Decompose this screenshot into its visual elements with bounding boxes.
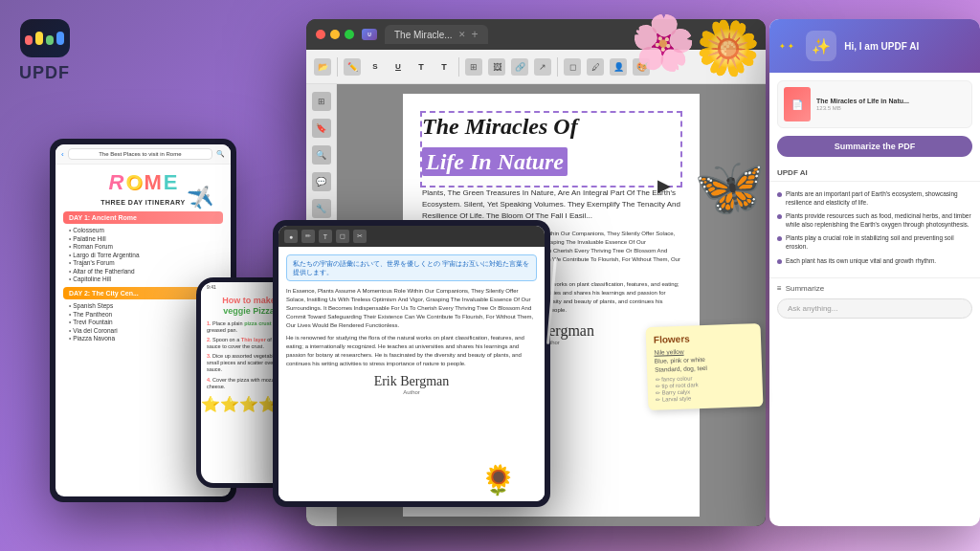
- toolbar-open-icon[interactable]: 📂: [314, 58, 331, 76]
- ai-input-bar[interactable]: Ask anything...: [777, 298, 972, 319]
- toolbar-link-icon[interactable]: 🔗: [511, 58, 528, 76]
- summarize-tab[interactable]: ≡ Summarize: [777, 284, 972, 293]
- back-button[interactable]: ‹: [61, 150, 64, 159]
- pdf-title-line1: The Miracles Of: [422, 113, 680, 141]
- ai-header: ✦ ✦ ✨ Hi, I am UPDF AI: [769, 19, 980, 73]
- doc-title: The Miracles of Life in Natu...: [816, 98, 966, 105]
- small-tablet-toolbar: ● ✏ T ◻ ✂: [278, 226, 545, 247]
- ai-section-label: UPDF AI: [769, 165, 980, 182]
- list-item: Altar of the Fatherland: [69, 268, 223, 275]
- viewer-tab[interactable]: The Miracle... ✕ +: [385, 25, 488, 44]
- sidebar-search-icon[interactable]: 🔍: [312, 145, 331, 165]
- ai-bullet-3: Plants play a crucial role in stabilizin…: [777, 233, 972, 251]
- ai-greeting-area: Hi, I am UPDF AI: [844, 41, 919, 52]
- wave-3: [46, 35, 54, 45]
- small-tool-3[interactable]: T: [319, 230, 332, 243]
- ai-greeting: Hi, I am UPDF AI: [844, 41, 919, 52]
- small-tablet-screen: ● ✏ T ◻ ✂ 私たちの宇宙の語彙において、世界を優しくとの 宇宙はお互いに…: [278, 226, 545, 501]
- bullet-dot: [777, 214, 782, 219]
- list-item: Colosseum: [69, 227, 223, 233]
- new-tab-icon[interactable]: +: [472, 28, 479, 41]
- pdf-title-highlight: Life In Nature: [422, 147, 568, 176]
- search-icon[interactable]: 🔍: [216, 150, 225, 158]
- small-author-label: Author: [286, 389, 537, 395]
- list-item: Trajan's Forum: [69, 259, 223, 266]
- sidebar-tools-icon[interactable]: 🔧: [312, 199, 331, 218]
- app-name: UPDF: [19, 63, 70, 83]
- rome-m: M: [145, 172, 162, 193]
- toolbar-shape-icon[interactable]: ◻: [564, 58, 581, 76]
- tablet-nav: ‹ The Best Places to visit in Rome 🔍: [56, 144, 231, 165]
- close-button[interactable]: [316, 30, 325, 39]
- nav-url: The Best Places to visit in Rome: [68, 148, 212, 160]
- doc-thumbnail: 📄: [784, 87, 811, 121]
- sunflower-decoration: 🌻: [480, 463, 516, 496]
- ai-logo: ✨: [806, 31, 836, 61]
- flowers-note: Flowers Nile yellow Blue, pink or white …: [646, 323, 764, 410]
- ai-response-bullets: Plants are an important part of Earth's …: [769, 182, 980, 277]
- bullet-dot: [777, 192, 782, 197]
- bullet-text-4: Each plant has its own unique vital and …: [786, 256, 936, 265]
- ai-doc-preview: 📄 The Miracles of Life in Natu... 123.5 …: [777, 80, 972, 128]
- pdf-title-area: The Miracles Of Life In Nature: [422, 113, 680, 176]
- toolbar-pencil-icon[interactable]: ✏️: [344, 58, 361, 76]
- bullet-text-2: Plants provide resources such as food, m…: [786, 211, 972, 229]
- toolbar-image-icon[interactable]: 🖼: [488, 58, 505, 76]
- window-controls: [316, 30, 354, 39]
- flowers-decoration: 🌸🌼: [627, 9, 764, 82]
- toolbar-strikethrough-icon[interactable]: S: [367, 58, 384, 76]
- small-body-text-2: He is renowned for studying the flora of…: [286, 334, 537, 368]
- wave-2: [35, 32, 43, 45]
- ai-bullet-1: Plants are an important part of Earth's …: [777, 189, 972, 207]
- small-tool-5[interactable]: ✂: [353, 230, 367, 243]
- ai-panel: ✦ ✦ ✨ Hi, I am UPDF AI 📄 The Miracles of…: [769, 19, 980, 526]
- pdf-title-line2: Life In Nature: [422, 148, 680, 176]
- wave-1: [25, 35, 33, 45]
- minimize-button[interactable]: [330, 30, 340, 39]
- ai-input-placeholder: Ask anything...: [788, 304, 837, 313]
- day-1-section: DAY 1: Ancient Rome Colosseum Palatine H…: [63, 211, 223, 282]
- toolbar-underline-icon[interactable]: U: [390, 58, 407, 76]
- toolbar-divider-3: [557, 57, 558, 77]
- bullet-text-1: Plants are an important part of Earth's …: [786, 189, 972, 207]
- flowers-note-extra: ✏ fancy colour ✏ tip of root dark ✏ Barr…: [655, 372, 755, 403]
- ai-bullet-4: Each plant has its own unique vital and …: [777, 256, 972, 265]
- day-1-items: Colosseum Palatine Hill Roman Forum Larg…: [63, 227, 223, 282]
- cursor-icon: ▶: [657, 175, 671, 196]
- toolbar-pen-icon[interactable]: 🖊: [587, 58, 604, 76]
- viewer-app-logo: U: [362, 29, 377, 40]
- tab-close-icon[interactable]: ✕: [458, 30, 466, 39]
- list-item: Roman Forum: [69, 243, 223, 250]
- ai-bottom-panel: ≡ Summarize Ask anything...: [769, 277, 980, 324]
- toolbar-text-t-icon[interactable]: T: [435, 58, 453, 76]
- toolbar-user-icon[interactable]: 👤: [610, 58, 627, 76]
- toolbar-table-icon[interactable]: ⊞: [465, 58, 482, 76]
- sidebar-thumbnail-icon[interactable]: ⊞: [312, 92, 331, 111]
- maximize-button[interactable]: [345, 30, 354, 39]
- list-item: Largo di Torre Argentina: [69, 252, 223, 258]
- phone-time: 9:41: [207, 284, 216, 290]
- small-author-signature: Erik Bergman: [286, 374, 537, 389]
- butterfly-decoration: 🦋: [694, 153, 766, 221]
- small-body-text-1: In Essence, Plants Assume A Momentous Ro…: [286, 287, 537, 330]
- bullet-dot: [777, 259, 782, 264]
- summarize-pdf-button[interactable]: Summarize the PDF: [777, 136, 972, 157]
- logo-waves: [25, 32, 64, 45]
- doc-info: The Miracles of Life in Natu... 123.5 MB: [816, 98, 966, 111]
- small-tool-4[interactable]: ◻: [336, 230, 349, 243]
- sidebar-bookmark-icon[interactable]: 🔖: [312, 119, 331, 138]
- ai-stars: ✦ ✦: [779, 42, 794, 51]
- logo-area: UPDF: [19, 19, 70, 83]
- toolbar-text-icon[interactable]: T: [412, 58, 430, 76]
- rome-e: E: [164, 172, 178, 193]
- flowers-note-item-3: Standard, dog, teel: [655, 363, 754, 373]
- small-tool-2[interactable]: ✏: [301, 230, 315, 243]
- ai-bullet-2: Plants provide resources such as food, m…: [777, 211, 972, 229]
- tab-label: The Miracle...: [394, 30, 453, 40]
- sidebar-comment-icon[interactable]: 💬: [312, 172, 331, 191]
- toolbar-arrow-icon[interactable]: ↗: [534, 58, 551, 76]
- rome-r: R: [108, 172, 123, 193]
- doc-size: 123.5 MB: [816, 105, 966, 111]
- small-tool-1[interactable]: ●: [284, 230, 298, 243]
- logo-icon: [20, 19, 70, 57]
